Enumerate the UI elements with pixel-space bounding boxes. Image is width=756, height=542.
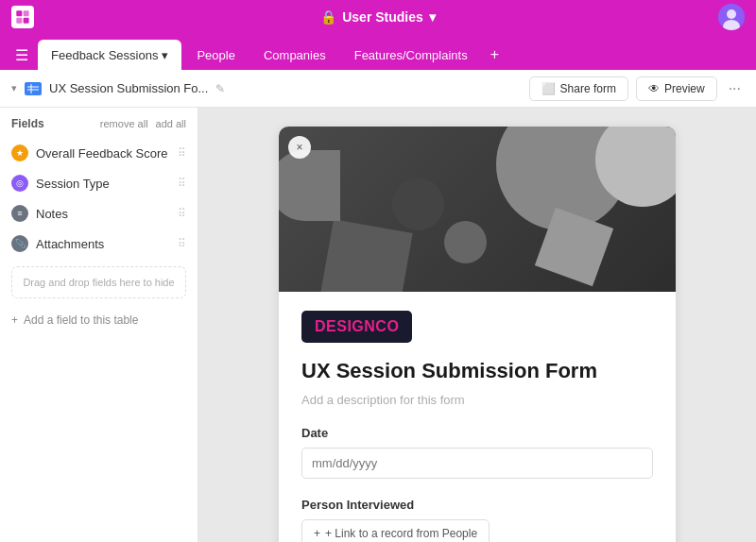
shape-half-circle [279,150,340,221]
drag-handle-session[interactable]: ⠿ [178,177,186,190]
preview-button[interactable]: 👁 Preview [636,76,717,101]
form-card-body: DESIGNCO UX Session Submission Form Add … [279,292,676,542]
form-date-label: Date [301,426,653,440]
sidebar: Fields remove all add all ★ Overall Feed… [0,108,198,542]
svg-rect-7 [27,84,39,93]
eye-icon: 👁 [648,82,660,95]
nav-hamburger[interactable]: ☰ [8,40,36,70]
form-preview: × DESIGNCO UX Session Submission Form Ad… [198,108,756,542]
svg-rect-0 [16,10,22,16]
fields-header: Fields remove all add all [0,117,198,138]
field-name-notes: Notes [36,207,170,221]
field-item-overall[interactable]: ★ Overall Feedback Score ⠿ [0,138,198,168]
logo-text-2: CO [375,318,399,334]
fields-actions: remove all add all [100,118,186,129]
fields-label: Fields [11,117,44,130]
avatar[interactable] [718,4,745,30]
field-item-attachments[interactable]: 📎 Attachments ⠿ [0,229,198,259]
add-field-button[interactable]: + Add a field to this table [0,306,149,334]
drag-handle-overall[interactable]: ⠿ [178,146,186,160]
plus-link-icon: + [314,527,320,540]
field-name-session: Session Type [36,177,170,191]
form-date-input[interactable] [301,448,653,479]
add-all-button[interactable]: add all [156,118,186,129]
shape-circle-3 [392,178,444,230]
field-icon-notes: ≡ [11,205,28,222]
nav-bar: ☰ Feedback Sessions ▾ People Companies F… [0,34,756,70]
shape-rect-1 [319,219,412,292]
app-title[interactable]: 🔒 User Studies ▾ [320,9,436,25]
field-name-attachments: Attachments [36,237,170,251]
form-description: Add a description for this form [301,393,653,407]
svg-rect-1 [24,10,29,16]
form-card: × DESIGNCO UX Session Submission Form Ad… [279,127,676,542]
field-icon-star: ★ [11,144,28,161]
tab-features[interactable]: Features/Complaints [341,40,481,70]
tab-feedback-sessions[interactable]: Feedback Sessions ▾ [38,40,181,70]
form-field-person: Person Interviewed + + Link to a record … [301,498,653,542]
share-icon: ⬜ [541,82,556,95]
field-name-overall: Overall Feedback Score [36,146,170,161]
tab-feedback-label: Feedback Sessions [51,48,158,62]
tab-people[interactable]: People [183,40,248,70]
preview-label: Preview [664,82,705,95]
form-field-date: Date [301,426,653,479]
top-bar: 🔒 User Studies ▾ [0,0,756,34]
link-record-button[interactable]: + + Link to a record from People [301,519,490,542]
tab-people-label: People [197,48,234,62]
form-person-label: Person Interviewed [301,498,653,512]
field-icon-tag: ◎ [11,175,28,192]
form-logo: DESIGNCO [301,311,412,343]
main-content: Fields remove all add all ★ Overall Feed… [0,108,756,542]
tab-companies-label: Companies [264,48,326,62]
lock-icon: 🔒 [320,9,336,25]
svg-rect-2 [16,18,22,24]
drag-handle-attachments[interactable]: ⠿ [178,237,186,250]
remove-all-button[interactable]: remove all [100,118,148,129]
app-logo[interactable] [11,6,34,28]
form-title: UX Session Submission Form [301,358,653,385]
drag-handle-notes[interactable]: ⠿ [178,207,186,220]
breadcrumb-chevron-icon[interactable]: ▾ [11,82,17,94]
form-card-header: × [279,127,676,292]
svg-point-5 [727,9,736,19]
form-close-button[interactable]: × [288,136,311,159]
field-item-notes[interactable]: ≡ Notes ⠿ [0,198,198,229]
edit-title-icon[interactable]: ✎ [215,82,225,95]
field-icon-attach: 📎 [11,235,28,252]
add-field-label: Add a field to this table [24,313,138,327]
app-title-text: User Studies [342,9,423,25]
close-icon: × [296,141,302,154]
svg-rect-3 [24,18,29,24]
nav-add-button[interactable]: + [483,40,507,70]
more-options-button[interactable]: ··· [725,80,745,97]
view-title: UX Session Submission Fo... [49,81,208,95]
logo-text-1: DESIGN [315,318,375,334]
shape-circle-4 [444,221,487,263]
share-form-label: Share form [560,82,616,95]
table-type-icon [25,82,42,95]
link-record-label: + Link to a record from People [325,527,477,540]
title-chevron-icon: ▾ [429,9,436,25]
sub-bar: ▾ UX Session Submission Fo... ✎ ⬜ Share … [0,70,756,108]
tab-companies[interactable]: Companies [250,40,339,70]
field-item-session[interactable]: ◎ Session Type ⠿ [0,168,198,198]
tab-features-label: Features/Complaints [354,48,468,62]
plus-icon: + [11,313,18,327]
drag-drop-label: Drag and drop fields here to hide [23,277,174,288]
share-form-button[interactable]: ⬜ Share form [529,76,628,101]
tab-chevron-icon: ▾ [162,48,168,62]
drag-drop-zone: Drag and drop fields here to hide [11,266,186,298]
